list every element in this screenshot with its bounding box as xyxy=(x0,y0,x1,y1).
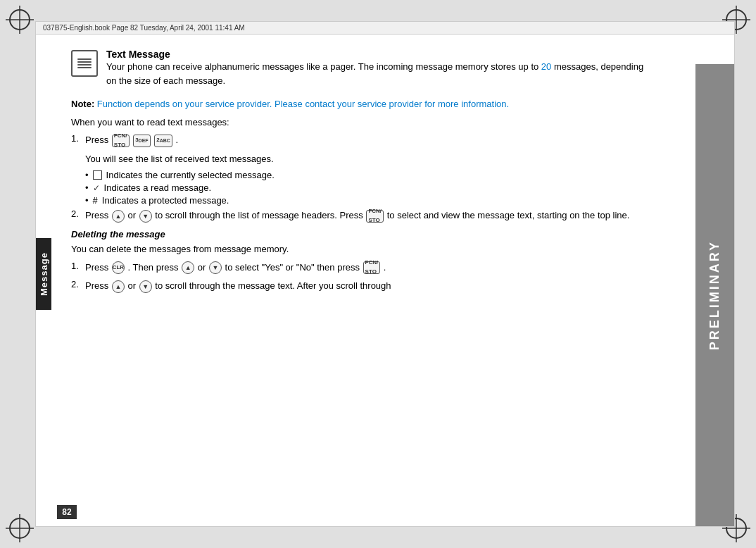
del-step-2-press: Press xyxy=(85,280,111,291)
step-2-press: Press xyxy=(85,210,111,220)
step-2-fcn-btn: FCN/STO xyxy=(366,210,384,223)
intro-number: 20 xyxy=(541,61,551,72)
del-step-1-down-btn: ▼ xyxy=(209,261,222,274)
del-step-2-content: Press ▲ or ▼ to scroll through the messa… xyxy=(85,279,653,294)
step-1-btn1: FCN/STO xyxy=(112,135,130,147)
icon-line-4 xyxy=(77,67,92,68)
step-1-suffix: . xyxy=(175,135,178,145)
hash-icon: # xyxy=(93,195,98,206)
del-step-1-number: 1. xyxy=(71,261,82,271)
bullet-3-text: Indicates a protected message. xyxy=(102,195,229,206)
bullet-item-2: •✓ Indicates a read message. xyxy=(85,182,653,193)
del-step-2-number: 2. xyxy=(71,279,82,289)
del-step-1-press: Press xyxy=(85,262,111,273)
del-step-1-fcn-btn: FCN/STO xyxy=(363,261,381,274)
note-text: Note: Function depends on your service p… xyxy=(71,97,653,111)
step-2-end: to select and view the message text, sta… xyxy=(387,210,630,220)
step-2-content: Press ▲ or ▼ to scroll through the list … xyxy=(85,208,653,223)
step-2-number: 2. xyxy=(71,208,82,219)
del-step-1-end: . xyxy=(384,262,386,273)
step-1-content: Press FCN/STO 3DEF 2ABC . xyxy=(85,133,653,148)
del-step-1-content: Press CLR . Then press ▲ or ▼ to select … xyxy=(85,261,653,275)
icon-line-3 xyxy=(77,64,92,66)
step-1-sub: You will see the list of received text m… xyxy=(85,152,653,166)
step-2-or: or xyxy=(127,210,138,220)
step-1-number: 1. xyxy=(71,133,82,144)
step-2-up-btn: ▲ xyxy=(112,210,125,223)
del-step-1-mid2: to select "Yes" or "No" then press xyxy=(225,262,363,273)
del-step-1-or: or xyxy=(198,262,208,273)
step-1-btn3: 2ABC xyxy=(154,135,172,147)
bullet-item-3: •# Indicates a protected message. xyxy=(85,195,653,206)
header-text: 037B75-English.book Page 82 Tuesday, Apr… xyxy=(43,24,245,32)
page-header: 037B75-English.book Page 82 Tuesday, Apr… xyxy=(36,22,734,35)
watermark: PRELIMINARY xyxy=(695,64,734,526)
bullet-list: •Indicates the currently selected messag… xyxy=(85,170,653,206)
check-icon: ✓ xyxy=(93,183,100,193)
bullet-2-text: Indicates a read message. xyxy=(104,182,211,193)
section-header: Text Message Your phone can receive alph… xyxy=(71,49,653,92)
checkbox-icon xyxy=(93,170,102,180)
del-step-2-or: or xyxy=(127,280,138,291)
intro-before: Your phone can receive alphanumeric mess… xyxy=(106,61,541,72)
del-step-1-then: . Then press xyxy=(127,262,181,273)
step-1: 1. Press FCN/STO 3DEF 2ABC . xyxy=(71,133,653,148)
when-text: When you want to read text messages: xyxy=(71,116,653,130)
icon-line-2 xyxy=(77,61,92,63)
section-title: Text Message xyxy=(106,49,653,60)
deleting-intro: You can delete the messages from message… xyxy=(71,242,653,256)
del-step-2-end: to scroll through the message text. Afte… xyxy=(155,280,391,291)
del-step-1-clr-btn: CLR xyxy=(112,261,125,274)
icon-line-1 xyxy=(77,58,92,60)
step-2-mid: to scroll through the list of message he… xyxy=(155,210,365,220)
step-2: 2. Press ▲ or ▼ to scroll through the li… xyxy=(71,208,653,223)
step-1-press: Press xyxy=(85,135,111,145)
del-step-2-up-btn: ▲ xyxy=(112,280,125,293)
bullet-1-text: Indicates the currently selected message… xyxy=(106,170,275,180)
del-step-2-down-btn: ▼ xyxy=(139,280,152,293)
content: Text Message Your phone can receive alph… xyxy=(36,35,695,526)
note-label: Note: xyxy=(71,99,94,109)
message-icon xyxy=(71,50,98,77)
corner-mark-bl xyxy=(6,514,34,542)
del-step-2: 2. Press ▲ or ▼ to scroll through the me… xyxy=(71,279,653,294)
del-step-1-up-btn: ▲ xyxy=(182,261,194,274)
intro-text: Your phone can receive alphanumeric mess… xyxy=(106,60,653,87)
deleting-title: Deleting the message xyxy=(71,229,653,239)
note-content: Function depends on your service provide… xyxy=(94,99,509,109)
corner-mark-tl xyxy=(6,6,34,34)
step-2-down-btn: ▼ xyxy=(139,210,152,223)
step-1-btn2: 3DEF xyxy=(133,135,150,147)
watermark-text: PRELIMINARY xyxy=(707,240,722,350)
page: 037B75-English.book Page 82 Tuesday, Apr… xyxy=(35,21,735,527)
del-step-1: 1. Press CLR . Then press ▲ or ▼ to sele… xyxy=(71,261,653,275)
bullet-item-1: •Indicates the currently selected messag… xyxy=(85,170,653,180)
